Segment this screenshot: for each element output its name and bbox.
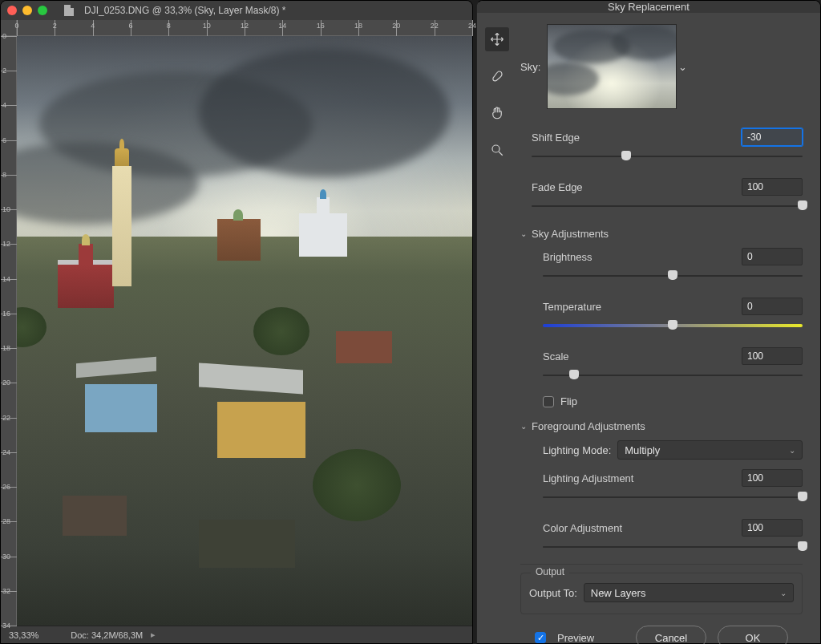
status-menu-icon[interactable]: ▸ (151, 630, 156, 640)
color-adjustment-slider[interactable] (543, 541, 803, 553)
scale-label: Scale (543, 350, 742, 363)
output-to-label: Output To: (529, 587, 577, 599)
status-docsize[interactable]: Doc: 34,2M/68,3M (71, 630, 143, 640)
titlebar: DJI_0253.DNG @ 33,3% (Sky, Layer Mask/8)… (1, 1, 472, 20)
sky-adjustments-header[interactable]: ⌄ Sky Adjustments (520, 228, 803, 240)
shift-edge-label: Shift Edge (532, 132, 742, 144)
brightness-value[interactable]: 0 (742, 248, 803, 265)
traffic-minimize-icon[interactable] (22, 6, 32, 15)
dialog-title: Sky Replacement (477, 1, 820, 13)
brightness-slider[interactable] (543, 270, 803, 281)
traffic-zoom-icon[interactable] (38, 6, 47, 15)
dialog-panel: Sky: ⌄ Shift Edge -30 (517, 13, 820, 644)
brush-tool[interactable] (485, 64, 509, 88)
traffic-close-icon[interactable] (7, 6, 17, 15)
color-adjustment-value[interactable]: 100 (742, 519, 803, 537)
lighting-mode-select[interactable]: Multiply ⌄ (617, 440, 803, 460)
zoom-tool[interactable] (485, 138, 509, 162)
flip-label: Flip (560, 395, 577, 407)
ok-button[interactable]: OK (718, 626, 788, 644)
svg-point-0 (492, 145, 499, 152)
output-to-select[interactable]: New Layers ⌄ (584, 583, 794, 602)
photo-content (17, 36, 472, 626)
status-zoom[interactable]: 33,33% (9, 630, 38, 640)
temperature-label: Temperature (543, 301, 742, 313)
move-tool[interactable] (485, 27, 509, 51)
lighting-mode-label: Lighting Mode: (543, 444, 611, 456)
scale-value[interactable]: 100 (742, 347, 803, 365)
sky-replacement-dialog: Sky Replacement Sky: (476, 0, 821, 644)
cancel-button[interactable]: Cancel (636, 626, 706, 644)
document-window: DJI_0253.DNG @ 33,3% (Sky, Layer Mask/8)… (0, 0, 473, 644)
hand-tool[interactable] (485, 101, 509, 125)
color-adjustment-label: Color Adjustment (543, 522, 742, 534)
status-bar: 33,33% Doc: 34,2M/68,3M ▸ (1, 626, 472, 643)
sky-preset-dropdown[interactable]: ⌄ (677, 24, 688, 109)
fade-edge-slider[interactable] (532, 200, 803, 212)
sky-label: Sky: (520, 61, 540, 73)
fade-edge-label: Fade Edge (532, 181, 742, 193)
preview-label: Preview (557, 632, 594, 644)
shift-edge-value[interactable]: -30 (742, 128, 803, 146)
temperature-slider[interactable] (543, 320, 803, 331)
ruler-vertical[interactable]: 0246810121416182022242628303234 (1, 36, 17, 626)
sky-preset-thumbnail[interactable] (547, 24, 677, 109)
ruler-horizontal[interactable]: 024681012141618202224 (1, 20, 472, 36)
document-icon (64, 5, 74, 16)
output-group: Output Output To: New Layers ⌄ (520, 573, 803, 614)
flip-checkbox[interactable] (543, 396, 554, 407)
chevron-down-icon: ⌄ (789, 446, 795, 455)
brightness-label: Brightness (543, 251, 742, 263)
shift-edge-slider[interactable] (532, 151, 803, 162)
canvas[interactable] (17, 36, 472, 626)
preview-checkbox[interactable] (535, 632, 546, 643)
chevron-down-icon: ⌄ (520, 229, 527, 238)
lighting-adjustment-slider[interactable] (543, 492, 803, 503)
temperature-value[interactable]: 0 (742, 298, 803, 315)
foreground-adjustments-header[interactable]: ⌄ Foreground Adjustments (520, 420, 803, 432)
fade-edge-value[interactable]: 100 (742, 178, 803, 196)
lighting-adjustment-label: Lighting Adjustment (543, 472, 742, 484)
scale-slider[interactable] (543, 370, 803, 381)
dialog-toolstrip (477, 13, 517, 644)
output-legend: Output (531, 566, 569, 577)
document-title: DJI_0253.DNG @ 33,3% (Sky, Layer Mask/8)… (84, 5, 285, 16)
lighting-adjustment-value[interactable]: 100 (742, 469, 803, 487)
chevron-down-icon: ⌄ (780, 589, 787, 597)
chevron-down-icon: ⌄ (520, 422, 527, 431)
